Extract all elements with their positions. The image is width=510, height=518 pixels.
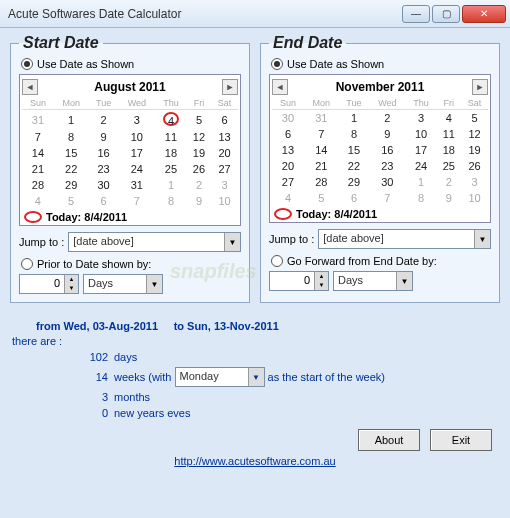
calendar-day[interactable]: 20 — [272, 158, 304, 174]
calendar-day[interactable]: 9 — [369, 126, 406, 142]
calendar-day[interactable]: 13 — [272, 142, 304, 158]
titlebar[interactable]: Acute Softwares Date Calculator — ▢ ✕ — [0, 0, 510, 28]
calendar-day[interactable]: 2 — [89, 110, 119, 130]
calendar-day[interactable]: 9 — [187, 193, 211, 209]
calendar-day[interactable]: 16 — [369, 142, 406, 158]
calendar-day[interactable]: 24 — [406, 158, 437, 174]
calendar-day[interactable]: 30 — [369, 174, 406, 190]
calendar-day[interactable]: 10 — [461, 190, 488, 206]
end-today-link[interactable]: Today: 8/4/2011 — [272, 206, 488, 220]
calendar-day[interactable]: 8 — [339, 126, 369, 142]
calendar-day[interactable]: 9 — [89, 129, 119, 145]
calendar-day[interactable]: 6 — [211, 110, 238, 130]
calendar-day[interactable]: 2 — [369, 110, 406, 127]
exit-button[interactable]: Exit — [430, 429, 492, 451]
calendar-day[interactable]: 7 — [304, 126, 339, 142]
calendar-day[interactable]: 8 — [155, 193, 187, 209]
start-jump-combo[interactable]: [date above] ▼ — [68, 232, 241, 252]
calendar-day[interactable]: 2 — [187, 177, 211, 193]
calendar-day[interactable]: 5 — [54, 193, 89, 209]
calendar-day[interactable]: 13 — [211, 129, 238, 145]
calendar-day[interactable]: 31 — [119, 177, 155, 193]
about-button[interactable]: About — [358, 429, 420, 451]
calendar-day[interactable]: 8 — [406, 190, 437, 206]
end-month-label[interactable]: November 2011 — [294, 80, 466, 94]
calendar-day[interactable]: 12 — [187, 129, 211, 145]
calendar-day[interactable]: 4 — [22, 193, 54, 209]
website-link[interactable]: http://www.acutesoftware.com.au — [174, 455, 335, 467]
calendar-day[interactable]: 3 — [211, 177, 238, 193]
start-month-label[interactable]: August 2011 — [44, 80, 216, 94]
calendar-day[interactable]: 1 — [54, 110, 89, 130]
calendar-day[interactable]: 2 — [437, 174, 461, 190]
calendar-day[interactable]: 28 — [304, 174, 339, 190]
calendar-day[interactable]: 1 — [406, 174, 437, 190]
calendar-day[interactable]: 30 — [89, 177, 119, 193]
start-today-link[interactable]: Today: 8/4/2011 — [22, 209, 238, 223]
calendar-day[interactable]: 27 — [272, 174, 304, 190]
calendar-day[interactable]: 4 — [155, 110, 187, 130]
end-unit-combo[interactable]: Days ▼ — [333, 271, 413, 291]
calendar-day[interactable]: 23 — [369, 158, 406, 174]
calendar-day[interactable]: 14 — [304, 142, 339, 158]
calendar-day[interactable]: 19 — [461, 142, 488, 158]
minimize-button[interactable]: — — [402, 5, 430, 23]
calendar-day[interactable]: 4 — [437, 110, 461, 127]
end-jump-combo[interactable]: [date above] ▼ — [318, 229, 491, 249]
start-offset-spinner[interactable]: 0 ▲▼ — [19, 274, 79, 294]
next-month-button[interactable]: ► — [222, 79, 238, 95]
calendar-day[interactable]: 26 — [187, 161, 211, 177]
calendar-day[interactable]: 1 — [155, 177, 187, 193]
week-start-combo[interactable]: Monday ▼ — [175, 367, 265, 387]
calendar-day[interactable]: 5 — [304, 190, 339, 206]
calendar-day[interactable]: 14 — [22, 145, 54, 161]
calendar-day[interactable]: 9 — [437, 190, 461, 206]
start-radio-prior[interactable]: Prior to Date shown by: — [21, 258, 241, 270]
calendar-day[interactable]: 6 — [272, 126, 304, 142]
calendar-day[interactable]: 31 — [304, 110, 339, 127]
calendar-day[interactable]: 29 — [54, 177, 89, 193]
calendar-day[interactable]: 5 — [187, 110, 211, 130]
calendar-day[interactable]: 28 — [22, 177, 54, 193]
prev-month-button[interactable]: ◄ — [272, 79, 288, 95]
calendar-day[interactable]: 22 — [339, 158, 369, 174]
start-radio-shown[interactable]: Use Date as Shown — [21, 58, 241, 70]
calendar-day[interactable]: 15 — [54, 145, 89, 161]
calendar-day[interactable]: 11 — [437, 126, 461, 142]
end-radio-shown[interactable]: Use Date as Shown — [271, 58, 491, 70]
calendar-day[interactable]: 10 — [211, 193, 238, 209]
calendar-day[interactable]: 5 — [461, 110, 488, 127]
calendar-day[interactable]: 3 — [406, 110, 437, 127]
calendar-day[interactable]: 16 — [89, 145, 119, 161]
calendar-day[interactable]: 8 — [54, 129, 89, 145]
calendar-day[interactable]: 7 — [369, 190, 406, 206]
calendar-day[interactable]: 6 — [89, 193, 119, 209]
close-button[interactable]: ✕ — [462, 5, 506, 23]
calendar-day[interactable]: 26 — [461, 158, 488, 174]
start-unit-combo[interactable]: Days ▼ — [83, 274, 163, 294]
calendar-day[interactable]: 17 — [406, 142, 437, 158]
calendar-day[interactable]: 20 — [211, 145, 238, 161]
maximize-button[interactable]: ▢ — [432, 5, 460, 23]
calendar-day[interactable]: 21 — [22, 161, 54, 177]
next-month-button[interactable]: ► — [472, 79, 488, 95]
calendar-day[interactable]: 10 — [119, 129, 155, 145]
prev-month-button[interactable]: ◄ — [22, 79, 38, 95]
calendar-day[interactable]: 25 — [437, 158, 461, 174]
calendar-day[interactable]: 15 — [339, 142, 369, 158]
end-radio-forward[interactable]: Go Forward from End Date by: — [271, 255, 491, 267]
calendar-day[interactable]: 4 — [272, 190, 304, 206]
calendar-day[interactable]: 25 — [155, 161, 187, 177]
calendar-day[interactable]: 29 — [339, 174, 369, 190]
calendar-day[interactable]: 22 — [54, 161, 89, 177]
calendar-day[interactable]: 31 — [22, 110, 54, 130]
calendar-day[interactable]: 19 — [187, 145, 211, 161]
calendar-day[interactable]: 24 — [119, 161, 155, 177]
calendar-day[interactable]: 3 — [461, 174, 488, 190]
calendar-day[interactable]: 7 — [22, 129, 54, 145]
calendar-day[interactable]: 10 — [406, 126, 437, 142]
calendar-day[interactable]: 11 — [155, 129, 187, 145]
calendar-day[interactable]: 18 — [437, 142, 461, 158]
calendar-day[interactable]: 7 — [119, 193, 155, 209]
calendar-day[interactable]: 3 — [119, 110, 155, 130]
